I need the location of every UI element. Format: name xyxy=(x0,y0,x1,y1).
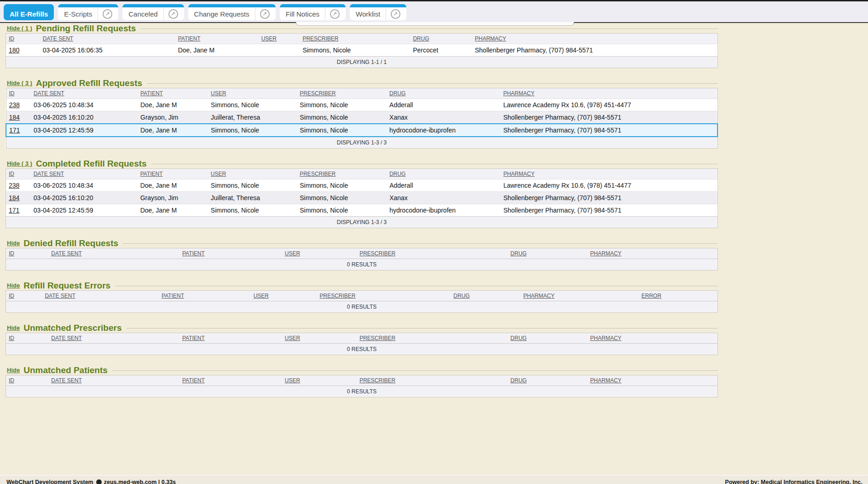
column-header-date-sent[interactable]: DATE SENT xyxy=(42,291,159,301)
row-id-link[interactable]: 171 xyxy=(9,207,19,214)
external-link-icon[interactable]: ↗ xyxy=(168,9,178,19)
column-header-prescriber[interactable]: PRESCRIBER xyxy=(297,88,387,99)
table-row-180[interactable]: 18003-04-2025 16:06:35Doe, Jane MSimmons… xyxy=(6,44,718,57)
table-row-171[interactable]: 17103-04-2025 12:45:59Doe, Jane MSimmons… xyxy=(6,204,718,217)
column-header-user[interactable]: USER xyxy=(282,248,357,259)
column-header-date-sent[interactable]: DATE SENT xyxy=(48,375,179,386)
column-header-id[interactable]: ID xyxy=(6,88,31,99)
tab-bar: All E-RefillsE-Scripts↗Canceled↗Change R… xyxy=(0,0,868,23)
external-link-icon[interactable]: ↗ xyxy=(330,9,340,19)
column-header-pharmacy[interactable]: PHARMACY xyxy=(501,169,718,179)
tab-worklist[interactable]: Worklist↗ xyxy=(350,4,406,20)
tab-label: Canceled xyxy=(128,10,157,18)
column-header-date-sent[interactable]: DATE SENT xyxy=(40,34,175,44)
tab-all-e-refills[interactable]: All E-Refills xyxy=(4,4,54,20)
hide-toggle-denied[interactable]: Hide xyxy=(7,240,20,247)
hide-toggle-pending[interactable]: Hide ( 1 ) xyxy=(7,25,32,32)
column-header-prescriber[interactable]: PRESCRIBER xyxy=(357,248,508,259)
tab-change-requests[interactable]: Change Requests↗ xyxy=(188,4,276,20)
tab-label: Worklist xyxy=(356,10,380,18)
cell-patient: Doe, Jane M xyxy=(175,44,259,57)
column-header-pharmacy[interactable]: PHARMACY xyxy=(587,333,718,344)
column-header-user[interactable]: USER xyxy=(282,333,357,344)
cell-drug: Percocet xyxy=(410,44,472,57)
tab-fill-notices[interactable]: Fill Notices↗ xyxy=(280,4,346,20)
header-row: IDDATE SENTPATIENTUSERPRESCRIBERDRUGPHAR… xyxy=(6,291,718,301)
column-header-user[interactable]: USER xyxy=(259,34,300,44)
section-rule xyxy=(147,83,718,84)
column-header-id[interactable]: ID xyxy=(6,375,49,386)
column-header-id[interactable]: ID xyxy=(6,34,40,44)
cell-patient: Doe, Jane M xyxy=(138,204,208,217)
cell-drug: hydrocodone-ibuprofen xyxy=(387,124,500,137)
column-header-prescriber[interactable]: PRESCRIBER xyxy=(357,375,508,386)
column-header-pharmacy[interactable]: PHARMACY xyxy=(472,34,718,44)
column-header-drug[interactable]: DRUG xyxy=(508,333,587,344)
row-id-link[interactable]: 238 xyxy=(9,101,20,109)
cell-id: 171 xyxy=(6,124,31,137)
hide-toggle-completed[interactable]: Hide ( 3 ) xyxy=(7,160,32,167)
column-header-id[interactable]: ID xyxy=(6,333,49,344)
column-header-user[interactable]: USER xyxy=(251,291,317,301)
column-header-patient[interactable]: PATIENT xyxy=(138,169,208,179)
column-header-patient[interactable]: PATIENT xyxy=(159,291,251,301)
powered-by: Powered by: Medical Informatics Engineer… xyxy=(725,479,862,484)
column-header-user[interactable]: USER xyxy=(208,169,297,179)
section-rule xyxy=(123,243,718,244)
column-header-pharmacy[interactable]: PHARMACY xyxy=(521,291,639,301)
cell-drug: Adderall xyxy=(387,99,500,111)
column-header-prescriber[interactable]: PRESCRIBER xyxy=(357,333,508,344)
hide-toggle-unmatched-prescribers[interactable]: Hide xyxy=(7,324,20,331)
column-header-patient[interactable]: PATIENT xyxy=(179,333,282,344)
column-header-drug[interactable]: DRUG xyxy=(508,248,587,259)
external-link-icon[interactable]: ↗ xyxy=(391,9,400,19)
row-id-link[interactable]: 180 xyxy=(9,46,19,54)
column-header-pharmacy[interactable]: PHARMACY xyxy=(587,248,718,259)
column-header-id[interactable]: ID xyxy=(6,169,31,179)
column-header-pharmacy[interactable]: PHARMACY xyxy=(587,375,718,386)
column-header-patient[interactable]: PATIENT xyxy=(179,248,282,259)
tab-e-scripts[interactable]: E-Scripts↗ xyxy=(58,4,118,20)
column-header-date-sent[interactable]: DATE SENT xyxy=(48,248,179,259)
column-header-patient[interactable]: PATIENT xyxy=(138,88,208,99)
table-row-171[interactable]: 17103-04-2025 12:45:59Doe, Jane MSimmons… xyxy=(6,124,718,137)
external-link-icon[interactable]: ↗ xyxy=(260,9,270,19)
column-header-drug[interactable]: DRUG xyxy=(508,375,587,386)
row-id-link[interactable]: 184 xyxy=(9,114,20,121)
external-link-icon[interactable]: ↗ xyxy=(103,9,112,19)
tab-canceled[interactable]: Canceled↗ xyxy=(122,4,184,20)
column-header-pharmacy[interactable]: PHARMACY xyxy=(500,88,718,99)
column-header-date-sent[interactable]: DATE SENT xyxy=(48,333,179,344)
column-header-user[interactable]: USER xyxy=(208,88,297,99)
column-header-drug[interactable]: DRUG xyxy=(387,88,500,99)
section-rule xyxy=(112,370,718,371)
table-row-238[interactable]: 23803-06-2025 10:48:34Doe, Jane MSimmons… xyxy=(6,179,718,192)
column-header-drug[interactable]: DRUG xyxy=(410,34,472,44)
table-row-238[interactable]: 23803-06-2025 10:48:34Doe, Jane MSimmons… xyxy=(6,99,718,111)
column-header-date-sent[interactable]: DATE SENT xyxy=(31,169,138,179)
section-title-unmatched-prescribers: Unmatched Prescribers xyxy=(23,323,122,333)
column-header-patient[interactable]: PATIENT xyxy=(175,34,259,44)
row-id-link[interactable]: 238 xyxy=(9,182,19,189)
column-header-user[interactable]: USER xyxy=(282,375,357,386)
cell-pharmacy: Shollenberger Pharmacy, (707) 984-5571 xyxy=(500,124,718,137)
column-header-prescriber[interactable]: PRESCRIBER xyxy=(300,34,410,44)
column-header-drug[interactable]: DRUG xyxy=(387,169,501,179)
table-row-184[interactable]: 18403-04-2025 16:10:20Grayson, JimJuille… xyxy=(6,111,718,124)
column-header-id[interactable]: ID xyxy=(6,291,42,301)
column-header-id[interactable]: ID xyxy=(6,248,49,259)
column-header-error[interactable]: ERROR xyxy=(639,291,718,301)
column-header-patient[interactable]: PATIENT xyxy=(179,375,282,386)
column-header-date-sent[interactable]: DATE SENT xyxy=(31,88,138,99)
column-header-prescriber[interactable]: PRESCRIBER xyxy=(317,291,451,301)
hide-toggle-errors[interactable]: Hide xyxy=(7,282,20,289)
results-count: DISPLAYING 1-3 / 3 xyxy=(6,217,718,228)
row-id-link[interactable]: 171 xyxy=(9,127,20,134)
row-id-link[interactable]: 184 xyxy=(9,194,19,202)
hide-toggle-unmatched-patients[interactable]: Hide xyxy=(7,367,20,374)
hide-toggle-approved[interactable]: Hide ( 3 ) xyxy=(7,80,32,86)
column-header-prescriber[interactable]: PRESCRIBER xyxy=(297,169,387,179)
table-row-184[interactable]: 18403-04-2025 16:10:20Grayson, JimJuille… xyxy=(6,192,718,204)
cell-prescriber: Simmons, Nicole xyxy=(297,111,387,124)
column-header-drug[interactable]: DRUG xyxy=(451,291,521,301)
